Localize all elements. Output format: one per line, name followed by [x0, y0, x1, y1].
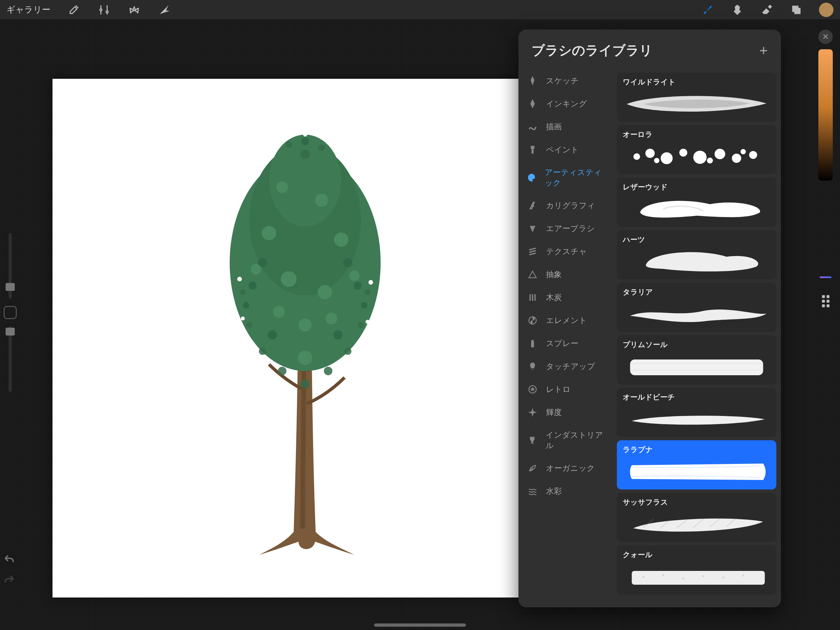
brush-stroke-preview	[624, 350, 770, 380]
brush-library-popover: ブラシのライブラリ + スケッチインキング描画ペイントアーティスティックカリグラ…	[518, 30, 781, 607]
brush-name: タラリア	[623, 287, 771, 297]
svg-point-30	[278, 367, 286, 375]
brush-stroke-preview	[624, 298, 770, 327]
leaf-icon	[527, 462, 538, 474]
brush-item[interactable]: タラリア	[617, 283, 776, 332]
brush-category-item[interactable]: アーティスティック	[518, 161, 617, 194]
svg-point-14	[262, 226, 276, 240]
canvas[interactable]	[52, 79, 518, 597]
brush-category-item[interactable]: レトロ	[518, 378, 617, 401]
selection-icon[interactable]	[127, 3, 141, 17]
brush-stroke-preview	[624, 508, 770, 537]
palette-grid-icon[interactable]	[819, 295, 832, 307]
brush-category-item[interactable]: テクスチャ	[518, 240, 617, 263]
lightbulb-icon	[527, 361, 538, 372]
svg-point-19	[349, 271, 360, 281]
brush-category-item[interactable]: 抽象	[518, 263, 617, 286]
svg-point-6	[343, 258, 352, 267]
color-swatch[interactable]	[819, 3, 834, 17]
modify-button[interactable]	[4, 306, 17, 319]
svg-point-47	[533, 176, 534, 177]
brush-size-slider[interactable]	[8, 233, 12, 299]
svg-point-31	[324, 367, 332, 375]
brush-category-item[interactable]: スケッチ	[518, 69, 617, 92]
svg-point-41	[355, 346, 360, 350]
brush-item[interactable]: レザーウッド	[617, 177, 776, 227]
brush-item[interactable]: クォール	[617, 545, 776, 595]
brush-category-item[interactable]: エアーブラシ	[518, 217, 617, 240]
yinyang-icon	[527, 315, 538, 326]
svg-point-52	[661, 152, 673, 164]
brush-item[interactable]: ララプナ	[617, 440, 776, 489]
waves-icon	[527, 486, 538, 497]
svg-point-53	[679, 149, 687, 157]
svg-point-18	[251, 264, 261, 274]
color-gradient-bar[interactable]	[818, 49, 833, 180]
brush-stroke-preview	[624, 403, 770, 432]
svg-point-35	[318, 144, 325, 151]
brush-stroke-preview	[624, 88, 770, 117]
brush-item[interactable]: ワイルドライト	[617, 73, 776, 122]
category-label: 木炭	[546, 292, 562, 303]
brush-item[interactable]: オーロラ	[617, 125, 776, 174]
close-icon[interactable]: ✕	[818, 30, 833, 44]
brush-library-title: ブラシのライブラリ	[532, 41, 653, 59]
brush-tool-icon[interactable]	[701, 3, 715, 17]
brush-category-item[interactable]: 木炭	[518, 286, 617, 309]
svg-point-54	[693, 151, 707, 164]
svg-point-45	[530, 176, 531, 177]
brush-category-item[interactable]: ペイント	[518, 138, 617, 161]
brush-list[interactable]: ワイルドライトオーロラレザーウッドハーツタラリアプリムソールオールドビーチララプ…	[617, 67, 781, 607]
wrench-icon[interactable]	[67, 3, 81, 17]
svg-point-68	[742, 575, 744, 576]
svg-point-10	[333, 330, 343, 339]
hue-indicator[interactable]	[819, 276, 832, 278]
brush-category-item[interactable]: カリグラフィ	[518, 194, 617, 217]
brush-item[interactable]: プリムソール	[617, 335, 776, 385]
brush-name: ララプナ	[623, 445, 771, 455]
redo-button[interactable]	[3, 574, 15, 587]
brush-stroke-preview	[624, 455, 770, 485]
category-label: カリグラフィ	[546, 200, 595, 211]
svg-point-20	[298, 318, 312, 332]
spray-cone-icon	[527, 223, 538, 234]
brush-opacity-slider[interactable]	[8, 326, 12, 392]
brush-item[interactable]: サッサフラス	[617, 493, 776, 542]
undo-redo	[3, 554, 15, 587]
brush-category-item[interactable]: オーガニック	[518, 457, 617, 480]
undo-button[interactable]	[3, 554, 15, 567]
brush-item[interactable]: オールドビーチ	[617, 388, 776, 437]
svg-point-28	[259, 348, 266, 355]
eraser-tool-icon[interactable]	[760, 3, 774, 17]
trophy-icon	[527, 435, 538, 446]
brush-category-item[interactable]: エレメント	[518, 309, 617, 332]
palette-icon	[527, 172, 537, 183]
brush-name: ワイルドライト	[623, 77, 771, 87]
svg-point-60	[741, 149, 746, 154]
svg-point-15	[334, 233, 349, 247]
move-icon[interactable]	[158, 3, 171, 17]
brush-category-item[interactable]: 輝度	[518, 401, 617, 424]
category-label: エアーブラシ	[546, 223, 595, 234]
category-label: 抽象	[546, 269, 562, 280]
add-brush-button[interactable]: +	[759, 42, 768, 59]
smudge-tool-icon[interactable]	[730, 3, 744, 17]
brush-category-list[interactable]: スケッチインキング描画ペイントアーティスティックカリグラフィエアーブラシテクスチ…	[518, 67, 617, 607]
brush-category-item[interactable]: スプレー	[518, 332, 617, 355]
adjust-icon[interactable]	[97, 3, 111, 17]
svg-point-5	[243, 302, 249, 309]
brush-category-item[interactable]: 描画	[518, 115, 617, 138]
brush-stroke-preview	[624, 560, 770, 590]
category-label: スプレー	[546, 338, 578, 349]
category-label: 描画	[546, 122, 562, 132]
layers-icon[interactable]	[789, 3, 803, 17]
brush-category-item[interactable]: インキング	[518, 92, 617, 115]
gallery-button[interactable]: ギャラリー	[6, 4, 51, 16]
brush-category-item[interactable]: タッチアップ	[518, 355, 617, 378]
brush-item[interactable]: ハーツ	[617, 230, 776, 279]
brush-category-item[interactable]: インダストリアル	[518, 424, 617, 457]
brush-name: ハーツ	[623, 235, 771, 245]
fountain-icon	[527, 98, 538, 109]
svg-point-43	[336, 372, 340, 376]
brush-category-item[interactable]: 水彩	[518, 480, 617, 503]
